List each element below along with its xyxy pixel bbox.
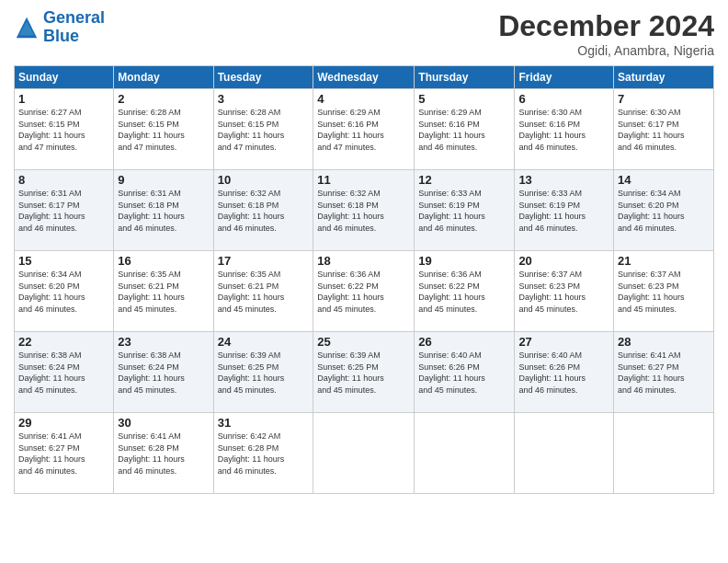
day-number: 3 <box>218 92 310 106</box>
week-row-4: 22Sunrise: 6:38 AM Sunset: 6:24 PM Dayli… <box>15 332 714 413</box>
page: General Blue December 2024 Ogidi, Anambr… <box>0 0 728 563</box>
day-number: 25 <box>317 335 410 349</box>
day-number: 26 <box>418 335 510 349</box>
day-number: 18 <box>317 254 410 268</box>
day-info: Sunrise: 6:34 AM Sunset: 6:20 PM Dayligh… <box>618 188 710 234</box>
day-number: 2 <box>118 92 209 106</box>
day-info: Sunrise: 6:41 AM Sunset: 6:28 PM Dayligh… <box>118 431 209 477</box>
week-row-3: 15Sunrise: 6:34 AM Sunset: 6:20 PM Dayli… <box>15 251 714 332</box>
day-info: Sunrise: 6:29 AM Sunset: 6:16 PM Dayligh… <box>418 107 510 153</box>
day-number: 15 <box>18 254 109 268</box>
day-number: 30 <box>118 416 209 430</box>
day-cell: 5Sunrise: 6:29 AM Sunset: 6:16 PM Daylig… <box>415 89 515 170</box>
day-cell: 9Sunrise: 6:31 AM Sunset: 6:18 PM Daylig… <box>114 170 213 251</box>
day-number: 29 <box>18 416 109 430</box>
day-cell: 18Sunrise: 6:36 AM Sunset: 6:22 PM Dayli… <box>313 251 415 332</box>
calendar-body: 1Sunrise: 6:27 AM Sunset: 6:15 PM Daylig… <box>15 89 714 494</box>
day-cell: 15Sunrise: 6:34 AM Sunset: 6:20 PM Dayli… <box>15 251 114 332</box>
day-number: 22 <box>18 335 109 349</box>
day-cell: 14Sunrise: 6:34 AM Sunset: 6:20 PM Dayli… <box>614 170 714 251</box>
day-info: Sunrise: 6:31 AM Sunset: 6:18 PM Dayligh… <box>118 188 209 234</box>
day-info: Sunrise: 6:37 AM Sunset: 6:23 PM Dayligh… <box>518 269 609 315</box>
day-info: Sunrise: 6:28 AM Sunset: 6:15 PM Dayligh… <box>218 107 310 153</box>
day-number: 27 <box>518 335 609 349</box>
day-cell: 24Sunrise: 6:39 AM Sunset: 6:25 PM Dayli… <box>213 332 313 413</box>
day-info: Sunrise: 6:30 AM Sunset: 6:17 PM Dayligh… <box>618 107 710 153</box>
week-row-5: 29Sunrise: 6:41 AM Sunset: 6:27 PM Dayli… <box>15 413 714 494</box>
header-cell-friday: Friday <box>515 66 614 89</box>
week-row-2: 8Sunrise: 6:31 AM Sunset: 6:17 PM Daylig… <box>15 170 714 251</box>
day-info: Sunrise: 6:41 AM Sunset: 6:27 PM Dayligh… <box>18 431 109 477</box>
day-cell: 16Sunrise: 6:35 AM Sunset: 6:21 PM Dayli… <box>114 251 213 332</box>
day-cell: 29Sunrise: 6:41 AM Sunset: 6:27 PM Dayli… <box>15 413 114 494</box>
day-info: Sunrise: 6:36 AM Sunset: 6:22 PM Dayligh… <box>317 269 410 315</box>
day-info: Sunrise: 6:37 AM Sunset: 6:23 PM Dayligh… <box>618 269 710 315</box>
day-cell <box>313 413 415 494</box>
day-number: 31 <box>218 416 310 430</box>
day-number: 9 <box>118 173 209 187</box>
day-cell: 4Sunrise: 6:29 AM Sunset: 6:16 PM Daylig… <box>313 89 415 170</box>
day-number: 16 <box>118 254 209 268</box>
day-number: 23 <box>118 335 209 349</box>
header-cell-monday: Monday <box>114 66 213 89</box>
calendar: SundayMondayTuesdayWednesdayThursdayFrid… <box>14 65 714 494</box>
day-info: Sunrise: 6:29 AM Sunset: 6:16 PM Dayligh… <box>317 107 410 153</box>
day-cell: 23Sunrise: 6:38 AM Sunset: 6:24 PM Dayli… <box>114 332 213 413</box>
day-info: Sunrise: 6:32 AM Sunset: 6:18 PM Dayligh… <box>317 188 410 234</box>
day-cell: 6Sunrise: 6:30 AM Sunset: 6:16 PM Daylig… <box>515 89 614 170</box>
day-cell: 28Sunrise: 6:41 AM Sunset: 6:27 PM Dayli… <box>614 332 714 413</box>
header-cell-thursday: Thursday <box>415 66 515 89</box>
day-number: 24 <box>218 335 310 349</box>
day-cell: 12Sunrise: 6:33 AM Sunset: 6:19 PM Dayli… <box>415 170 515 251</box>
week-row-1: 1Sunrise: 6:27 AM Sunset: 6:15 PM Daylig… <box>15 89 714 170</box>
day-number: 12 <box>418 173 510 187</box>
month-title: December 2024 <box>498 9 714 43</box>
day-number: 6 <box>518 92 609 106</box>
day-cell <box>614 413 714 494</box>
day-number: 13 <box>518 173 609 187</box>
day-cell: 19Sunrise: 6:36 AM Sunset: 6:22 PM Dayli… <box>415 251 515 332</box>
day-cell: 22Sunrise: 6:38 AM Sunset: 6:24 PM Dayli… <box>15 332 114 413</box>
day-cell: 3Sunrise: 6:28 AM Sunset: 6:15 PM Daylig… <box>213 89 313 170</box>
day-number: 28 <box>618 335 710 349</box>
day-number: 8 <box>18 173 109 187</box>
day-cell: 1Sunrise: 6:27 AM Sunset: 6:15 PM Daylig… <box>15 89 114 170</box>
day-cell: 26Sunrise: 6:40 AM Sunset: 6:26 PM Dayli… <box>415 332 515 413</box>
day-cell: 20Sunrise: 6:37 AM Sunset: 6:23 PM Dayli… <box>515 251 614 332</box>
header-row: SundayMondayTuesdayWednesdayThursdayFrid… <box>15 66 714 89</box>
day-info: Sunrise: 6:39 AM Sunset: 6:25 PM Dayligh… <box>317 350 410 396</box>
day-info: Sunrise: 6:33 AM Sunset: 6:19 PM Dayligh… <box>518 188 609 234</box>
day-cell: 7Sunrise: 6:30 AM Sunset: 6:17 PM Daylig… <box>614 89 714 170</box>
day-cell: 8Sunrise: 6:31 AM Sunset: 6:17 PM Daylig… <box>15 170 114 251</box>
day-cell: 21Sunrise: 6:37 AM Sunset: 6:23 PM Dayli… <box>614 251 714 332</box>
header-cell-sunday: Sunday <box>15 66 114 89</box>
logo: General Blue <box>14 9 105 46</box>
day-info: Sunrise: 6:35 AM Sunset: 6:21 PM Dayligh… <box>218 269 310 315</box>
calendar-header: SundayMondayTuesdayWednesdayThursdayFrid… <box>15 66 714 89</box>
day-info: Sunrise: 6:28 AM Sunset: 6:15 PM Dayligh… <box>118 107 209 153</box>
day-info: Sunrise: 6:27 AM Sunset: 6:15 PM Dayligh… <box>18 107 109 153</box>
day-info: Sunrise: 6:30 AM Sunset: 6:16 PM Dayligh… <box>518 107 609 153</box>
day-info: Sunrise: 6:42 AM Sunset: 6:28 PM Dayligh… <box>218 431 310 477</box>
day-cell: 17Sunrise: 6:35 AM Sunset: 6:21 PM Dayli… <box>213 251 313 332</box>
header: General Blue December 2024 Ogidi, Anambr… <box>14 9 714 58</box>
logo-line1: General <box>43 8 105 27</box>
day-info: Sunrise: 6:38 AM Sunset: 6:24 PM Dayligh… <box>118 350 209 396</box>
day-cell: 27Sunrise: 6:40 AM Sunset: 6:26 PM Dayli… <box>515 332 614 413</box>
day-info: Sunrise: 6:41 AM Sunset: 6:27 PM Dayligh… <box>618 350 710 396</box>
day-info: Sunrise: 6:33 AM Sunset: 6:19 PM Dayligh… <box>418 188 510 234</box>
day-number: 19 <box>418 254 510 268</box>
day-info: Sunrise: 6:36 AM Sunset: 6:22 PM Dayligh… <box>418 269 510 315</box>
title-block: December 2024 Ogidi, Anambra, Nigeria <box>498 9 714 58</box>
day-info: Sunrise: 6:32 AM Sunset: 6:18 PM Dayligh… <box>218 188 310 234</box>
logo-icon <box>14 15 40 40</box>
day-number: 1 <box>18 92 109 106</box>
day-info: Sunrise: 6:38 AM Sunset: 6:24 PM Dayligh… <box>18 350 109 396</box>
day-number: 14 <box>618 173 710 187</box>
day-info: Sunrise: 6:40 AM Sunset: 6:26 PM Dayligh… <box>418 350 510 396</box>
day-cell: 13Sunrise: 6:33 AM Sunset: 6:19 PM Dayli… <box>515 170 614 251</box>
day-number: 10 <box>218 173 310 187</box>
day-cell: 30Sunrise: 6:41 AM Sunset: 6:28 PM Dayli… <box>114 413 213 494</box>
day-info: Sunrise: 6:40 AM Sunset: 6:26 PM Dayligh… <box>518 350 609 396</box>
logo-line2: Blue <box>43 27 79 45</box>
